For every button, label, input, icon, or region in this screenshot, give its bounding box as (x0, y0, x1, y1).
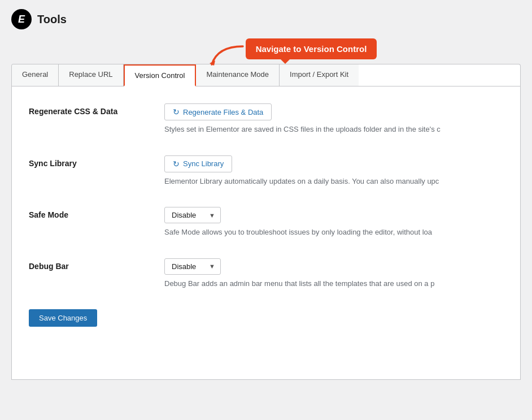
safe-mode-select[interactable]: Disable Enable (164, 207, 221, 223)
settings-row-sync: Sync Library ↻ Sync Library Elementor Li… (29, 155, 503, 187)
debug-bar-select[interactable]: Disable Enable (164, 258, 221, 275)
control-debug-bar: Disable Enable ▼ Debug Bar adds an admin… (164, 258, 503, 289)
callout-arrow-svg (206, 41, 246, 69)
tab-import-export[interactable]: Import / Export Kit (280, 64, 359, 86)
page-header: E Tools (11, 9, 521, 29)
content-area: Regenerate CSS & Data ↻ Regenerate Files… (11, 86, 521, 380)
settings-row-debug-bar: Debug Bar Disable Enable ▼ Debug Bar add… (29, 258, 503, 289)
label-debug-bar: Debug Bar (29, 258, 164, 271)
save-row: Save Changes (29, 309, 503, 327)
callout-bubble: Navigate to Version Control (246, 38, 377, 59)
settings-row-regenerate: Regenerate CSS & Data ↻ Regenerate Files… (29, 103, 503, 135)
sync-icon-library: ↻ (173, 159, 180, 168)
label-sync: Sync Library (29, 155, 164, 168)
control-sync: ↻ Sync Library Elementor Library automat… (164, 155, 503, 187)
tab-replace-url[interactable]: Replace URL (59, 64, 123, 86)
page-title: Tools (37, 13, 67, 26)
safe-mode-select-wrap: Disable Enable ▼ (164, 207, 221, 223)
page-wrapper: E Tools Navigate to Version Control Gene… (0, 0, 532, 420)
tabs-container: General Replace URL Version Control Main… (11, 64, 521, 86)
save-changes-button[interactable]: Save Changes (29, 309, 97, 327)
tab-general[interactable]: General (12, 64, 59, 86)
settings-row-safe-mode: Safe Mode Disable Enable ▼ Safe Mode all… (29, 207, 503, 238)
sync-library-button[interactable]: ↻ Sync Library (164, 155, 232, 172)
sync-icon-regenerate: ↻ (173, 107, 180, 116)
control-safe-mode: Disable Enable ▼ Safe Mode allows you to… (164, 207, 503, 238)
desc-sync: Elementor Library automatically updates … (164, 176, 503, 187)
desc-debug-bar: Debug Bar adds an admin bar menu that li… (164, 278, 503, 289)
elementor-logo: E (11, 9, 32, 29)
callout-container: Navigate to Version Control (102, 38, 521, 59)
desc-regenerate: Styles set in Elementor are saved in CSS… (164, 124, 503, 135)
label-safe-mode: Safe Mode (29, 207, 164, 219)
desc-safe-mode: Safe Mode allows you to troubleshoot iss… (164, 227, 503, 238)
tab-version-control[interactable]: Version Control (124, 64, 197, 86)
debug-bar-select-wrap: Disable Enable ▼ (164, 258, 221, 275)
label-regenerate: Regenerate CSS & Data (29, 103, 164, 116)
control-regenerate: ↻ Regenerate Files & Data Styles set in … (164, 103, 503, 135)
regenerate-button[interactable]: ↻ Regenerate Files & Data (164, 103, 272, 120)
